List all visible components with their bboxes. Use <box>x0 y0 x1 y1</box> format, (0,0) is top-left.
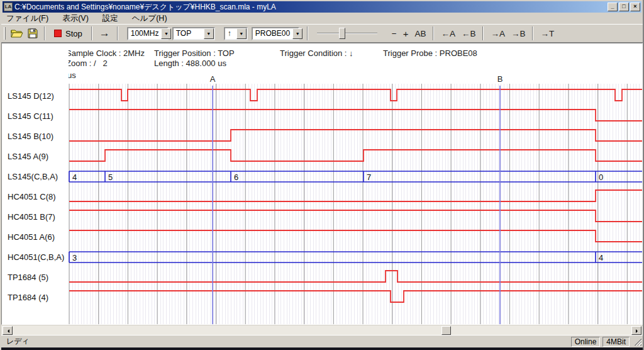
channel-label[interactable]: LS145 B(10) <box>8 132 53 142</box>
status-ready-text: レディ <box>3 336 569 347</box>
save-file-button[interactable] <box>25 26 40 41</box>
open-folder-icon <box>11 28 23 38</box>
menu-help[interactable]: ヘルプ(H) <box>132 13 167 24</box>
maximize-button[interactable]: □ <box>619 3 629 11</box>
waveform-canvas[interactable]: 4567034AB <box>69 84 642 325</box>
app-icon: LA <box>4 3 13 11</box>
close-button[interactable]: × <box>630 3 640 11</box>
stop-button[interactable]: Stop <box>49 26 87 41</box>
channel-label[interactable]: LS145 A(9) <box>8 152 48 162</box>
app-window: LA C:¥Documents and Settings¥noname¥デスクト… <box>0 0 644 350</box>
menu-settings[interactable]: 設定 <box>103 13 118 24</box>
zoom-slider[interactable] <box>317 27 377 40</box>
waveform-client-area: Sample Clock : 2MHz Trigger Position : T… <box>1 43 643 325</box>
channel-label[interactable]: LS145(C,B,A) <box>8 172 58 182</box>
bus-value-label: 0 <box>599 172 603 182</box>
channel-label[interactable]: TP1684 (5) <box>8 273 48 283</box>
trigger-probe-info: Trigger Probe : PROBE08 <box>383 48 477 58</box>
channel-label[interactable]: HC4051(C,B,A) <box>8 252 64 262</box>
status-memory-badge: 4MBit <box>602 337 630 347</box>
toolbar-separator <box>307 26 308 40</box>
save-floppy-icon <box>28 28 38 38</box>
open-file-button[interactable] <box>9 26 25 41</box>
signal-wave <box>69 89 642 101</box>
move-right-to-a-button[interactable]: →A <box>487 29 508 38</box>
signal-wave <box>69 130 642 141</box>
statusbar: レディ Online 4MBit <box>1 335 643 347</box>
toolbar-separator <box>532 26 533 40</box>
menu-file[interactable]: ファイル(F) <box>6 13 48 24</box>
toolbar: Stop → 100MHz ▼ TOP ▼ ↑ ▼ PROBE00 ▼ − + … <box>1 24 643 43</box>
signal-wave <box>69 210 642 222</box>
waveform-plot[interactable]: 4567034AB <box>69 84 642 325</box>
status-online-badge: Online <box>571 337 601 347</box>
minimize-button[interactable]: _ <box>608 3 618 11</box>
channel-label[interactable]: TP1684 (4) <box>8 293 48 303</box>
stop-icon <box>54 30 62 37</box>
sample-clock-select[interactable]: 100MHz ▼ <box>127 27 169 40</box>
dropdown-arrow-icon[interactable]: ▼ <box>161 28 171 39</box>
length-info: Length : 488.000 us <box>154 59 226 68</box>
scrollbar-thumb[interactable] <box>441 326 451 335</box>
channel-label[interactable]: LS145 C(11) <box>8 111 53 121</box>
toolbar-separator <box>433 26 434 40</box>
move-left-to-a-button[interactable]: ←A <box>438 29 458 38</box>
menu-view[interactable]: 表示(V) <box>62 13 89 24</box>
sample-clock-info: Sample Clock : 2MHz <box>66 48 145 58</box>
toolbar-separator <box>44 26 45 40</box>
trigger-edge-select[interactable]: ↑ ▼ <box>224 27 248 40</box>
dropdown-arrow-icon[interactable]: ▼ <box>292 28 303 39</box>
horizontal-scrollbar[interactable] <box>1 325 643 335</box>
goto-trigger-button[interactable]: →T <box>537 29 557 38</box>
channel-label[interactable]: HC4051 B(7) <box>8 212 55 222</box>
signal-wave <box>69 190 642 201</box>
trigger-condition-info: Trigger Condition : ↓ <box>280 48 353 58</box>
channel-label[interactable]: HC4051 A(6) <box>8 232 55 242</box>
toolbar-separator <box>117 26 118 40</box>
marker-label-a[interactable]: A <box>210 74 216 84</box>
dropdown-arrow-icon[interactable]: ▼ <box>204 28 214 39</box>
zoom-slider-track[interactable] <box>317 33 377 34</box>
move-left-to-b-button[interactable]: ←B <box>458 29 479 38</box>
zoom-in-button[interactable]: + <box>400 28 412 39</box>
signal-wave <box>69 230 642 242</box>
bus-value-label: 4 <box>599 253 603 262</box>
window-title: C:¥Documents and Settings¥noname¥デスクトップ¥… <box>14 2 606 13</box>
toolbar-grip[interactable] <box>4 27 6 40</box>
bus-value-label: 4 <box>72 172 77 182</box>
channel-label[interactable]: HC4051 C(8) <box>8 192 56 202</box>
resize-grip-icon[interactable] <box>633 337 641 346</box>
scroll-left-arrow[interactable] <box>3 326 13 335</box>
zoom-slider-thumb[interactable] <box>339 28 345 39</box>
signal-wave <box>69 110 642 121</box>
trigger-probe-value: PROBE00 <box>253 29 292 38</box>
signal-wave <box>69 271 642 282</box>
bus-value-label: 3 <box>72 253 77 262</box>
sample-clock-value: 100MHz <box>128 29 162 38</box>
channel-label[interactable]: LS145 D(12) <box>8 91 54 101</box>
signal-wave <box>69 291 642 302</box>
trigger-position-select[interactable]: TOP ▼ <box>172 27 215 40</box>
channel-labels-column: LS145 D(12)LS145 C(11)LS145 B(10)LS145 A… <box>2 43 69 324</box>
zoom-info: Zoom : / 2 <box>66 59 108 68</box>
run-button[interactable]: → <box>96 26 113 41</box>
trigger-probe-select[interactable]: PROBE00 ▼ <box>252 27 299 40</box>
ab-button[interactable]: AB <box>411 29 429 38</box>
trigger-position-info: Trigger Position : TOP <box>154 48 235 58</box>
signal-wave <box>69 150 642 161</box>
bus-value-label: 6 <box>234 172 238 182</box>
titlebar: LA C:¥Documents and Settings¥noname¥デスクト… <box>1 0 643 13</box>
move-right-to-b-button[interactable]: →B <box>508 29 529 38</box>
screen-edge <box>1 347 643 350</box>
marker-label-b[interactable]: B <box>497 74 503 84</box>
zoom-out-button[interactable]: − <box>389 29 400 38</box>
trigger-position-value: TOP <box>174 29 204 38</box>
menubar: ファイル(F) 表示(V) 設定 ヘルプ(H) <box>1 13 643 24</box>
trigger-edge-value: ↑ <box>225 29 236 38</box>
bus-value-label: 7 <box>367 172 371 182</box>
toolbar-separator <box>91 26 92 40</box>
bus-value-label: 5 <box>108 172 113 182</box>
scroll-right-arrow[interactable] <box>631 326 641 335</box>
dropdown-arrow-icon[interactable]: ▼ <box>236 28 247 39</box>
stop-label: Stop <box>65 29 82 38</box>
